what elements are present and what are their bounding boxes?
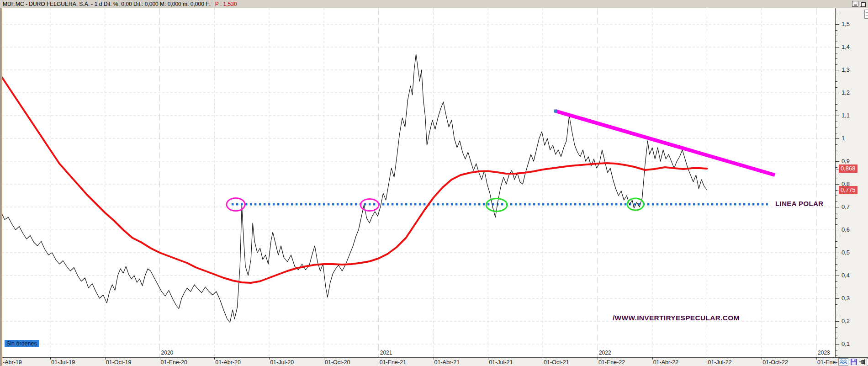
y-major-tick [836,344,839,345]
y-major-tick [836,161,839,162]
maximize-button[interactable] [860,1,866,7]
y-tick-label: 1,5 [842,21,850,27]
y-minor-tick [836,30,837,31]
year-label: 2021 [380,350,392,356]
x-tick-mark [324,358,324,360]
minimize-button[interactable] [852,1,858,7]
x-tick-label: 01-Ene-20 [161,359,187,366]
y-minor-tick [836,270,837,271]
pin-button[interactable] [858,358,866,366]
y-axis[interactable]: 1,51,41,31,21,110,90,80,70,60,50,40,30,2… [835,8,868,366]
maximize-icon [861,2,866,7]
y-major-tick [836,116,839,116]
x-axis[interactable]: 01-Abr-1901-Jul-1901-Oct-1901-Ene-2001-A… [0,357,868,366]
price-line[interactable] [0,54,707,323]
trend-line[interactable] [556,111,775,175]
year-label: 2022 [599,350,611,356]
window-titlebar: MDF.MC - DURO FELGUERA, S.A. - 1 d Dif. … [0,0,868,8]
chart-title: MDF.MC - DURO FELGUERA, S.A. - 1 d Dif. … [3,1,211,7]
y-minor-tick [836,110,837,111]
y-minor-tick [836,287,837,287]
x-tick-mark [160,358,160,360]
save-button[interactable] [850,358,858,366]
x-tick-label: 01-Oct-21 [544,359,569,366]
y-minor-tick [836,236,837,236]
window-controls [852,1,866,7]
x-tick-label: 01-Jul-19 [51,359,75,366]
y-minor-tick [836,150,837,150]
y-minor-tick [836,304,837,305]
x-tick-label: 01-Abr-22 [653,359,679,366]
price-chart-canvas[interactable] [0,0,868,366]
y-minor-tick [836,76,837,76]
x-tick-mark [707,358,707,360]
y-major-tick [836,276,839,276]
y-minor-tick [836,316,837,316]
y-minor-tick [836,339,837,339]
y-minor-tick [836,13,837,13]
plot-area[interactable] [0,8,835,357]
y-minor-tick [836,122,837,122]
y-major-tick [836,70,839,70]
y-minor-tick [836,241,837,242]
y-minor-tick [836,133,837,133]
x-tick-label: 01-Abr-20 [215,359,241,366]
y-major-tick [836,138,839,139]
y-minor-tick [836,53,837,53]
y-major-tick [836,24,839,25]
x-tick-mark [379,358,379,360]
chart-style-button[interactable] [838,358,848,366]
y-minor-tick [836,42,837,42]
y-minor-tick [836,179,837,179]
y-minor-tick [836,36,837,36]
x-tick-label: 01-Ene-21 [380,359,406,366]
y-tick-label: 1,1 [842,112,850,119]
x-tick-label: 01-Jul-22 [708,359,731,366]
pin-icon [859,359,866,365]
y-minor-tick [836,355,837,356]
x-tick-label: 01-Jul-20 [270,359,294,366]
trend-line-handle[interactable] [554,110,557,113]
y-tick-label: 0,2 [842,318,850,324]
x-tick-mark [598,358,598,360]
moving_average-line[interactable] [0,68,707,283]
y-tick-label: 0,1 [842,340,850,347]
y-minor-tick [836,99,837,99]
y-major-tick [836,184,839,185]
x-tick-mark [816,358,817,360]
y-tick-label: 1,2 [842,89,850,96]
y-tick-label: 0,7 [842,203,850,210]
y-minor-tick [836,264,837,265]
y-tick-label: 0,3 [842,295,850,302]
x-tick-mark [488,358,488,360]
y-major-tick [836,207,839,207]
x-tick-mark [50,358,51,360]
x-tick-mark [652,358,653,360]
y-major-tick [836,253,839,253]
save-icon [851,359,857,365]
y-minor-tick [836,281,837,282]
y-minor-tick [836,64,837,65]
price-tag: 0,868 [839,164,857,173]
y-minor-tick [836,58,837,59]
x-tick-label: 01-Oct-20 [325,359,350,366]
y-minor-tick [836,127,837,127]
x-tick-mark [269,358,270,360]
x-tick-mark [105,358,106,360]
y-minor-tick [836,293,837,293]
x-tick-label: 01-Ene-22 [598,359,625,366]
y-minor-tick [836,327,837,328]
y-tick-label: 0,5 [842,249,850,256]
window-left-border [0,8,2,366]
watermark-text: /WWW.INVERTIRYESPECULAR.COM [613,314,740,322]
y-minor-tick [836,218,837,219]
panel-properties-icon[interactable] [864,10,868,19]
y-minor-tick [836,173,837,173]
x-tick-label: 01-Oct-22 [762,359,788,366]
y-tick-label: 0,6 [842,226,850,233]
zigzag-icon [839,359,847,365]
y-minor-tick [836,156,837,156]
x-tick-label: 01-Oct-19 [106,359,132,366]
price-tag: 0,775 [839,186,857,194]
y-minor-tick [836,310,837,310]
